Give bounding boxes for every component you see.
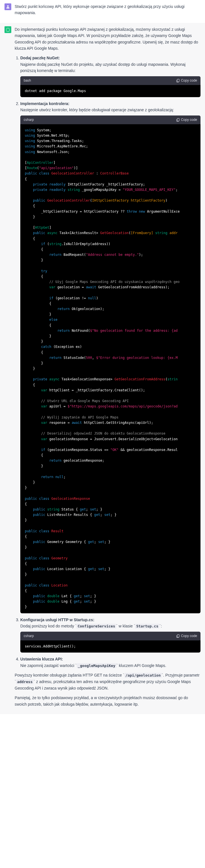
copy-button[interactable]: Copy code	[176, 118, 197, 122]
step-1-title: Dodaj paczkę NuGet:	[20, 56, 60, 60]
inline-code: /api/geolocation	[124, 673, 162, 678]
intro-text: Do implementacji punktu końcowego API zw…	[15, 26, 201, 52]
svg-rect-2	[177, 119, 179, 121]
copy-button[interactable]: Copy code	[176, 79, 197, 83]
assistant-message: Do implementacji punktu końcowego API zw…	[0, 23, 205, 714]
step-4-desc: Nie zapomnij zastąpić wartości `_googleM…	[20, 663, 166, 668]
person-icon	[6, 4, 10, 9]
step-1: Dodaj paczkę NuGet: Najpierw dodaj paczk…	[20, 55, 201, 97]
code-lang-label: bash	[24, 78, 31, 83]
svg-point-0	[7, 5, 8, 7]
step-4-title: Ustawienia klucza API:	[20, 657, 63, 661]
outro-1: Powyższy kontroler obsługuje żądania HTT…	[15, 672, 201, 691]
clipboard-icon	[176, 118, 180, 122]
code-body[interactable]: using System; using System.Net.Http; usi…	[20, 124, 201, 613]
outro-2: Pamiętaj, że to tylko podstawowy przykła…	[15, 694, 201, 707]
step-4: Ustawienia klucza API: Nie zapomnij zast…	[20, 656, 201, 669]
inline-code: Startup.cs	[135, 624, 159, 628]
user-avatar	[4, 3, 11, 10]
code-lang-label: csharp	[24, 117, 34, 123]
inline-code: ConfigureServices	[76, 624, 116, 628]
code-lang-label: csharp	[24, 633, 34, 639]
code-header: csharp Copy code	[20, 116, 201, 124]
step-3-title: Konfiguracja usługi HTTP w Startup.cs:	[20, 618, 95, 622]
code-block-startup: csharp Copy code services.AddHttpClient(…	[20, 632, 201, 653]
svg-rect-3	[177, 635, 179, 637]
inline-code: _googleMapsApiKey	[77, 663, 116, 668]
user-message: Stwórz punkt końcowy API, który wykonuje…	[0, 0, 205, 23]
user-content: Stwórz punkt końcowy API, który wykonuje…	[15, 3, 201, 20]
code-block-bash: bash Copy code dotnet add package Google…	[20, 76, 201, 97]
svg-rect-1	[177, 79, 179, 82]
step-2-desc: Następnie utwórz kontroler, który będzie…	[20, 107, 174, 112]
assistant-avatar	[4, 26, 11, 33]
step-3-desc: Dodaj poniższy kod do metody `ConfigureS…	[20, 624, 162, 628]
code-body[interactable]: dotnet add package Google.Maps	[20, 85, 201, 97]
step-2-title: Implementacja kontrolera:	[20, 101, 69, 106]
step-3: Konfiguracja usługi HTTP w Startup.cs: D…	[20, 617, 201, 653]
openai-icon	[6, 27, 10, 32]
step-2: Implementacja kontrolera: Następnie utwó…	[20, 100, 201, 613]
assistant-content: Do implementacji punktu końcowego API zw…	[15, 26, 201, 711]
code-header: bash Copy code	[20, 76, 201, 85]
code-body[interactable]: services.AddHttpClient();	[20, 641, 201, 653]
clipboard-icon	[176, 634, 180, 638]
steps-list: Dodaj paczkę NuGet: Najpierw dodaj paczk…	[20, 55, 201, 669]
clipboard-icon	[176, 79, 180, 83]
step-1-desc: Najpierw dodaj paczkę NuGet do projektu,…	[20, 62, 185, 73]
code-header: csharp Copy code	[20, 632, 201, 641]
user-text: Stwórz punkt końcowy API, który wykonuje…	[15, 3, 201, 16]
code-block-controller: csharp Copy code using System; using Sys…	[20, 116, 201, 613]
copy-button[interactable]: Copy code	[176, 634, 197, 638]
inline-code: address	[16, 679, 34, 684]
